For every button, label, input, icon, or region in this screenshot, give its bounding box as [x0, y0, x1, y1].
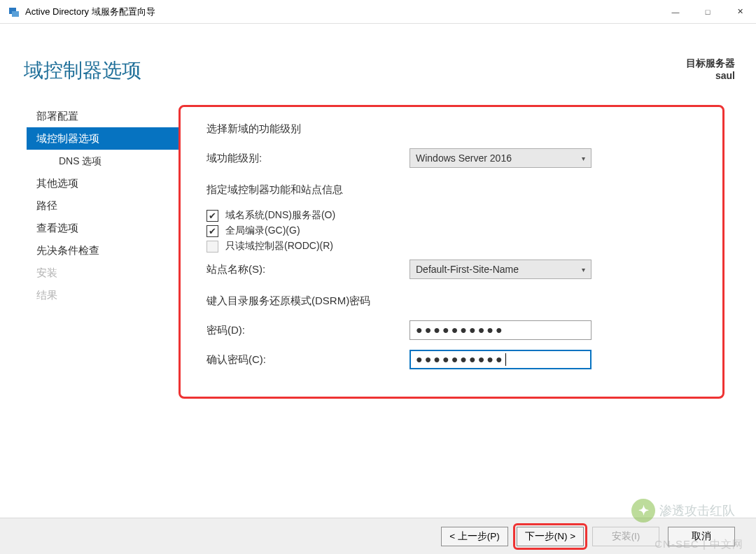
- site-name-label: 站点名称(S):: [206, 263, 410, 276]
- sidebar-item-additional[interactable]: 其他选项: [27, 172, 178, 194]
- page-title: 域控制器选项: [24, 57, 141, 84]
- chevron-down-icon: ▾: [582, 266, 585, 274]
- section-capabilities: 指定域控制器功能和站点信息: [206, 183, 721, 197]
- checkbox-rodc: [206, 241, 218, 253]
- sidebar-item-dc-options[interactable]: 域控制器选项: [27, 127, 178, 150]
- password-label: 密码(D):: [206, 324, 410, 337]
- header: 域控制器选项 目标服务器 saul: [0, 24, 756, 91]
- minimize-button[interactable]: —: [659, 0, 692, 24]
- domain-level-dropdown[interactable]: Windows Server 2016 ▾: [410, 148, 592, 168]
- next-button[interactable]: 下一步(N) >: [517, 527, 584, 546]
- target-server-name: saul: [686, 70, 735, 81]
- sidebar-item-review[interactable]: 查看选项: [27, 217, 178, 239]
- watermark-text: 渗透攻击红队: [659, 502, 735, 519]
- content: 选择新域的功能级别 域功能级别: Windows Server 2016 ▾ 指…: [178, 105, 756, 390]
- sidebar-item-prereq[interactable]: 先决条件检查: [27, 239, 178, 262]
- site-name-dropdown[interactable]: Default-First-Site-Name ▾: [410, 260, 592, 279]
- confirm-password-value: ●●●●●●●●●●: [416, 353, 505, 366]
- chevron-down-icon: ▾: [582, 155, 585, 162]
- checkbox-dns[interactable]: ✔: [206, 210, 218, 222]
- install-button: 安装(I): [592, 527, 659, 546]
- footer: < 上一步(P) 下一步(N) > 安装(I) 取消: [0, 518, 756, 554]
- window-title: Active Directory 域服务配置向导: [25, 6, 659, 18]
- checkbox-gc-row[interactable]: ✔ 全局编录(GC)(G): [206, 225, 721, 237]
- checkbox-gc[interactable]: ✔: [206, 225, 218, 237]
- checkbox-rodc-label: 只读域控制器(RODC)(R): [225, 240, 333, 253]
- sidebar: 部署配置 域控制器选项 DNS 选项 其他选项 路径 查看选项 先决条件检查 安…: [0, 105, 178, 390]
- svg-rect-1: [12, 11, 19, 17]
- domain-level-label: 域功能级别:: [206, 152, 410, 165]
- password-input[interactable]: ●●●●●●●●●●: [410, 320, 592, 340]
- section-dsrm: 键入目录服务还原模式(DSRM)密码: [206, 294, 721, 308]
- target-server-box: 目标服务器 saul: [686, 57, 735, 81]
- app-icon: [8, 6, 20, 17]
- previous-button[interactable]: < 上一步(P): [441, 527, 508, 546]
- text-cursor: [505, 353, 506, 366]
- site-name-value: Default-First-Site-Name: [416, 264, 519, 275]
- section-functional-level: 选择新域的功能级别: [206, 122, 721, 136]
- sidebar-item-dns-options[interactable]: DNS 选项: [27, 150, 178, 172]
- cancel-button[interactable]: 取消: [668, 527, 735, 546]
- maximize-button[interactable]: □: [692, 0, 724, 24]
- confirm-password-label: 确认密码(C):: [206, 353, 410, 367]
- checkbox-rodc-row: 只读域控制器(RODC)(R): [206, 240, 721, 253]
- checkbox-dns-row[interactable]: ✔ 域名系统(DNS)服务器(O): [206, 209, 721, 222]
- sidebar-item-deploy-config[interactable]: 部署配置: [27, 105, 178, 127]
- password-value: ●●●●●●●●●●: [416, 324, 505, 336]
- sidebar-item-install: 安装: [27, 262, 178, 284]
- checkbox-dns-label: 域名系统(DNS)服务器(O): [225, 209, 335, 222]
- confirm-password-input[interactable]: ●●●●●●●●●●: [410, 350, 592, 369]
- sidebar-item-results: 结果: [27, 284, 178, 306]
- domain-level-value: Windows Server 2016: [416, 152, 512, 164]
- sidebar-item-paths[interactable]: 路径: [27, 194, 178, 217]
- close-button[interactable]: ✕: [724, 0, 756, 24]
- checkbox-gc-label: 全局编录(GC)(G): [225, 225, 300, 237]
- target-server-label: 目标服务器: [686, 57, 735, 70]
- titlebar: Active Directory 域服务配置向导 — □ ✕: [0, 0, 756, 24]
